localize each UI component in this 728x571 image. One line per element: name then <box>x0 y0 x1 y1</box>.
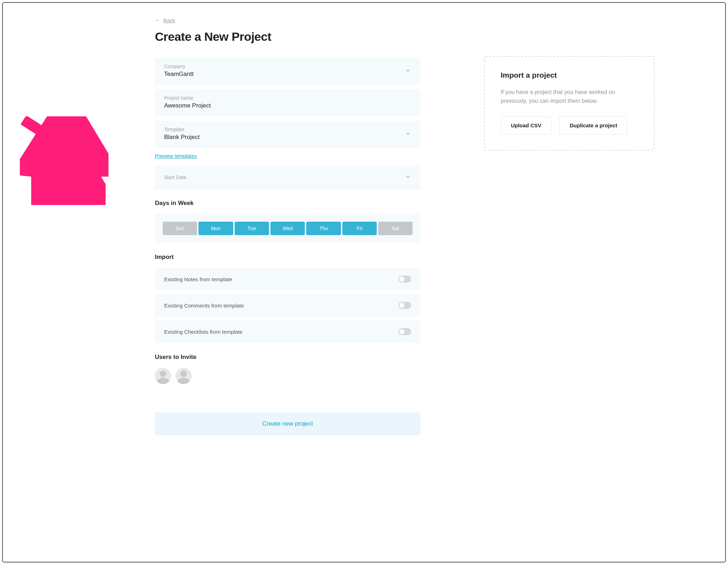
arrow-left-icon: ← <box>155 17 161 23</box>
avatar[interactable] <box>175 368 192 384</box>
duplicate-project-button[interactable]: Duplicate a project <box>559 116 627 134</box>
project-name-value: Awesome Project <box>164 102 411 109</box>
back-link[interactable]: ← Back <box>155 17 175 23</box>
upload-csv-button[interactable]: Upload CSV <box>500 116 551 134</box>
import-toggle-row: Existing Notes from template <box>155 268 420 290</box>
back-label: Back <box>163 17 175 23</box>
users-to-invite-heading: Users to Invite <box>155 354 420 361</box>
days-in-week-selector: SunMonTueWedThuFriSat <box>155 214 420 243</box>
page-frame: ← Back Create a New Project Company Team… <box>2 2 726 562</box>
users-avatars <box>155 368 420 384</box>
import-toggle-switch[interactable] <box>398 302 411 309</box>
days-in-week-heading: Days in Week <box>155 200 420 207</box>
company-select[interactable]: Company TeamGantt <box>155 58 420 84</box>
day-toggle-thu[interactable]: Thu <box>306 222 341 235</box>
day-toggle-wed[interactable]: Wed <box>270 222 305 235</box>
create-new-project-button[interactable]: Create new project <box>155 412 420 435</box>
import-heading: Import <box>155 254 420 261</box>
import-toggle-switch[interactable] <box>398 328 411 335</box>
start-date-label: Start Date <box>164 174 411 180</box>
chevron-down-icon <box>405 174 411 181</box>
chevron-down-icon <box>405 67 411 75</box>
company-value: TeamGantt <box>164 71 411 78</box>
import-card-title: Import a project <box>500 71 638 79</box>
import-toggle-row: Existing Checklists from template <box>155 320 420 343</box>
import-toggle-row: Existing Comments from template <box>155 294 420 317</box>
day-toggle-fri[interactable]: Fri <box>342 222 377 235</box>
project-name-input[interactable]: Project name Awesome Project <box>155 89 420 116</box>
day-toggle-tue[interactable]: Tue <box>235 222 269 235</box>
start-date-select[interactable]: Start Date <box>155 166 420 189</box>
day-toggle-sat[interactable]: Sat <box>378 222 413 235</box>
day-toggle-sun[interactable]: Sun <box>163 222 197 235</box>
avatar[interactable] <box>155 368 171 384</box>
import-project-card: Import a project If you have a project t… <box>484 56 655 151</box>
company-label: Company <box>164 63 411 69</box>
import-toggle-label: Existing Comments from template <box>164 303 244 309</box>
page-title: Create a New Project <box>155 30 420 44</box>
template-value: Blank Project <box>164 134 411 141</box>
day-toggle-mon[interactable]: Mon <box>198 222 233 235</box>
template-label: Template <box>164 127 411 132</box>
template-select[interactable]: Template Blank Project <box>155 121 420 148</box>
import-toggle-switch[interactable] <box>398 276 411 283</box>
import-toggle-label: Existing Checklists from template <box>164 329 242 335</box>
project-name-label: Project name <box>164 95 411 101</box>
chevron-down-icon <box>405 131 411 138</box>
preview-templates-link[interactable]: Preview templates <box>155 153 197 159</box>
import-card-description: If you have a project that you have work… <box>500 88 638 106</box>
import-toggle-label: Existing Notes from template <box>164 276 232 282</box>
